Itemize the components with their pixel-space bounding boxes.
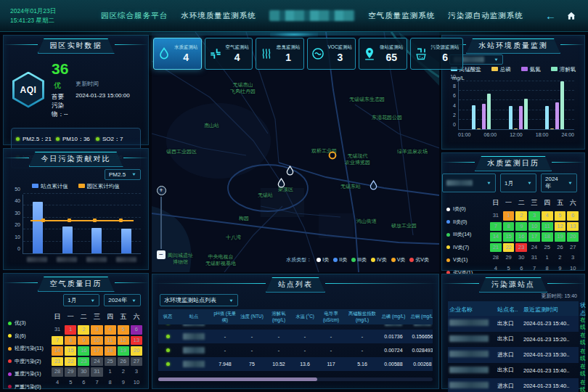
- water-class-legend-items: I类II类III类IV类V类劣V类: [317, 256, 433, 264]
- station-button-2[interactable]: 空气监测站4: [205, 38, 253, 70]
- column-header: 站点: [177, 309, 211, 324]
- chevron-down-icon: ▼: [90, 298, 95, 303]
- table-row[interactable]: 进水口2024-01-23 15:30..在线: [448, 347, 579, 363]
- calendar-day: 4: [490, 264, 502, 274]
- bar-series: [23, 195, 141, 253]
- water-station-marker[interactable]: [369, 180, 377, 194]
- table-row[interactable]: ------0.007240.028493--: [158, 343, 433, 357]
- nav-item-park-platform[interactable]: 园区综合服务平台: [101, 11, 168, 21]
- panel-pollution-sources: 污染源站点 更新时间: 15:40 企业名称站点名..最近监测时间状态出水口20…: [441, 274, 585, 389]
- legend-label: 氨氮: [530, 66, 541, 73]
- map-label: 无锡东站: [340, 183, 361, 189]
- nav-item-air-system[interactable]: 空气质量监测系统: [368, 11, 435, 21]
- station-port-cell: 出水口: [497, 367, 523, 374]
- table-row[interactable]: 出水口2024-01-23 15:40..在线: [448, 363, 579, 379]
- map-label: 绿羊温泉农场: [397, 148, 428, 155]
- column-header: 站点名..: [497, 306, 523, 314]
- pollutant-selector-dropdown[interactable]: PM2.5▼: [105, 169, 141, 180]
- table-row[interactable]: 出水口2024-01-23 15:20..在线: [448, 332, 579, 348]
- water-station-marker[interactable]: [286, 166, 294, 179]
- scrollbar-thumb[interactable]: [158, 377, 317, 381]
- y-tick-label: 10: [443, 74, 456, 79]
- water-class-legend-title: 水质类型：: [286, 256, 311, 264]
- table-header-row: 状态站点pH值 (无量纲)浊度 (NTU)溶解氧 (mg/L)水温 (°C)电导…: [158, 309, 433, 324]
- home-icon[interactable]: [566, 11, 576, 21]
- table-row[interactable]: 出水口2024-01-23 15:40..在线: [448, 316, 579, 332]
- legend-label: 总磷: [500, 66, 511, 73]
- calendar-day: 7: [490, 222, 502, 232]
- table-row[interactable]: ------0.017360.156656--: [158, 330, 433, 343]
- alert-ring-marker[interactable]: [328, 150, 337, 163]
- station-port-cell: 进水口: [497, 351, 523, 359]
- station-button-texts: 水质监测站4: [174, 44, 198, 63]
- legend-dot: [8, 334, 12, 338]
- back-icon[interactable]: ←: [545, 10, 556, 21]
- value-blurred: [385, 324, 402, 326]
- legend-label: 良(6): [15, 332, 26, 340]
- map-label: 无锡站: [258, 192, 273, 198]
- water-station-marker[interactable]: [277, 178, 285, 192]
- data-cell: 0.00724: [379, 343, 408, 357]
- air-calendar-year-dropdown[interactable]: 2024年▼: [104, 294, 141, 306]
- calendar-legend-item: 良(6): [8, 332, 52, 340]
- status-online-cell: 在线: [580, 317, 586, 331]
- average-point: [41, 219, 45, 222]
- odor-icon: [259, 44, 274, 63]
- data-cell: 0.00588: [379, 357, 408, 371]
- station-button-texts: 恶臭监测站1: [277, 44, 301, 63]
- bar-氨氮: [482, 104, 486, 129]
- legend-chip: [491, 67, 498, 71]
- calendar-day: 2: [515, 211, 527, 221]
- chevron-down-icon: ▼: [131, 173, 136, 177]
- chevron-down-icon: ▼: [131, 298, 136, 303]
- chevron-down-icon: ▼: [494, 57, 499, 62]
- map-zoom-track[interactable]: [160, 197, 162, 249]
- contribution-bar-chart: 01020304050: [23, 195, 141, 254]
- station-list-selector-dropdown[interactable]: 水环境监测站点列表▼: [160, 294, 238, 306]
- panel-air-calendar: 空气质量日历 1月▼ 2024年▼ 优(3)良(6)轻度污染(11)中度污染(2…: [3, 273, 149, 389]
- calendar-day: 18: [542, 232, 553, 242]
- calendar-day: 26: [555, 243, 566, 253]
- air-calendar-month-dropdown[interactable]: 1月▼: [63, 294, 99, 306]
- average-point: [93, 219, 97, 222]
- station-button-6[interactable]: 污染源监测站6: [410, 38, 463, 70]
- table-row[interactable]: 7.9487510.5213.61175.160.005880.002685.5…: [158, 357, 433, 371]
- legend-dot: [351, 258, 356, 262]
- datetime: 2024年01月23日 15:41:23 星期二: [0, 7, 87, 25]
- station-button-4[interactable]: VOC监测站3: [307, 38, 356, 70]
- water-calendar-station-dropdown[interactable]: ▼: [442, 173, 496, 192]
- calendar-day: 29: [503, 253, 515, 263]
- legend-label: 劣V类: [415, 257, 429, 262]
- nav-item-pollution-system[interactable]: 污染源自动监测系统: [448, 11, 523, 21]
- station-button-1[interactable]: 水质监测站4: [153, 38, 202, 70]
- calendar-day: 23: [78, 357, 89, 367]
- update-time-value: 2024-01-23 15:00:00: [75, 92, 129, 99]
- map-zoom-out-button[interactable]: −: [157, 250, 166, 259]
- voc-icon: [311, 44, 325, 63]
- water-calendar-month-dropdown[interactable]: 1月▼: [500, 173, 536, 192]
- calendar-day: 21: [52, 357, 63, 367]
- station-name-cell: [177, 343, 211, 357]
- water-quality-bar-chart: 0246810: [458, 82, 574, 130]
- x-label-blurred: [116, 257, 136, 262]
- nav-item-water-system[interactable]: 水环境质量监测系统: [181, 11, 256, 21]
- online-status-dot: [166, 362, 170, 366]
- station-name-blurred: [183, 333, 205, 340]
- map-label: 硕放工业园: [391, 222, 417, 229]
- table-row[interactable]: 进水口2024-01-23 15:40..在线: [448, 378, 579, 392]
- station-button-5[interactable]: 微站监测站65: [359, 38, 407, 70]
- legend-item-IV类: IV类: [371, 257, 387, 262]
- pollution-update-time: 更新时间: 15:40: [442, 292, 584, 301]
- panel-title-air-calendar: 空气质量日历: [38, 277, 115, 292]
- station-port-cell: 出水口: [497, 335, 523, 343]
- table-row[interactable]: [158, 324, 433, 330]
- company-name-blurred: [449, 319, 497, 327]
- calendar-legend-item: 中度污染(2): [8, 358, 52, 365]
- water-calendar-year-dropdown[interactable]: 2024年▼: [541, 173, 577, 192]
- table-header-row: 企业名称站点名..最近监测时间状态: [448, 301, 579, 316]
- water-quality-x-labels: 01:0006:0012:0018:0024:00: [458, 132, 574, 137]
- map-zoom-in-button[interactable]: +: [157, 186, 166, 195]
- station-button-3[interactable]: 恶臭监测站1: [256, 38, 304, 70]
- y-tick-label: 4: [443, 103, 456, 108]
- metric-pm10: PM10：36: [56, 135, 96, 143]
